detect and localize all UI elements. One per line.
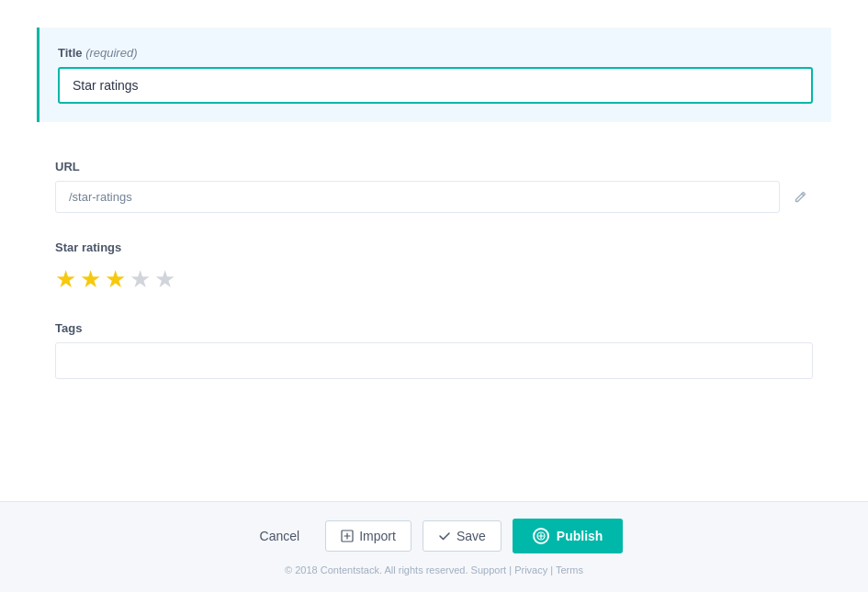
title-label: Title (required)	[58, 46, 813, 60]
publish-icon	[533, 528, 549, 544]
url-section: URL	[37, 160, 831, 213]
url-edit-button[interactable]	[787, 184, 813, 210]
url-label: URL	[55, 160, 813, 173]
tags-section: Tags	[37, 321, 831, 379]
support-link[interactable]: Support	[471, 564, 507, 575]
footer-bar: Cancel Import Save Publish ©	[0, 501, 868, 592]
star-2[interactable]: ★	[80, 265, 101, 294]
tags-label: Tags	[55, 321, 813, 335]
cancel-button[interactable]: Cancel	[245, 521, 315, 551]
pencil-icon	[793, 190, 807, 205]
ratings-section: Star ratings ★ ★ ★ ★ ★	[37, 240, 831, 294]
star-5[interactable]: ★	[154, 265, 175, 294]
import-button[interactable]: Import	[325, 520, 411, 552]
save-button[interactable]: Save	[423, 520, 502, 552]
tags-input[interactable]	[55, 342, 813, 379]
terms-link[interactable]: Terms	[556, 564, 583, 575]
star-4[interactable]: ★	[130, 265, 151, 294]
ratings-label: Star ratings	[55, 240, 813, 254]
footer-copyright: © 2018 Contentstack. All rights reserved…	[285, 564, 583, 575]
import-icon	[341, 530, 354, 542]
star-3[interactable]: ★	[105, 265, 126, 294]
url-input[interactable]	[55, 181, 780, 213]
check-icon	[438, 530, 451, 542]
title-section: Title (required)	[37, 28, 831, 122]
publish-button[interactable]: Publish	[513, 519, 624, 553]
footer-buttons: Cancel Import Save Publish	[245, 519, 624, 553]
privacy-link[interactable]: Privacy	[514, 564, 547, 575]
title-input[interactable]	[58, 67, 813, 104]
url-row	[55, 181, 813, 213]
stars-container: ★ ★ ★ ★ ★	[55, 265, 813, 294]
star-1[interactable]: ★	[55, 265, 76, 294]
